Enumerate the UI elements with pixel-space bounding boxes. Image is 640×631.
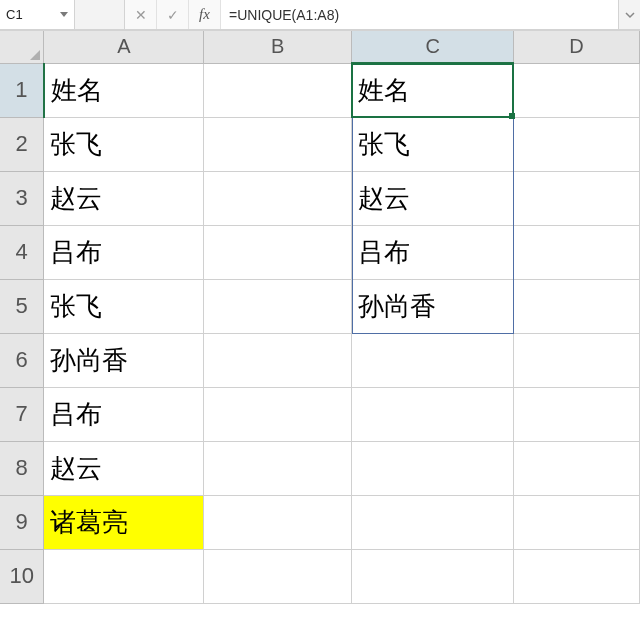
row-header-1[interactable]: 1 [0,63,44,117]
column-header-D[interactable]: D [514,31,640,63]
insert-function-button[interactable]: fx [189,0,221,29]
cell-A4[interactable]: 吕布 [44,225,204,279]
cell-C9[interactable] [352,495,514,549]
row-header-2[interactable]: 2 [0,117,44,171]
row-header-4[interactable]: 4 [0,225,44,279]
cell-D5[interactable] [514,279,640,333]
cell-B10[interactable] [204,549,352,603]
cell-D3[interactable] [514,171,640,225]
cell-B3[interactable] [204,171,352,225]
expand-formula-bar-button[interactable] [618,0,640,29]
select-all-corner[interactable] [0,31,44,63]
name-box[interactable]: C1 [0,0,75,29]
spreadsheet-grid[interactable]: ABCD 1姓名姓名2张飞张飞3赵云赵云4吕布吕布5张飞孙尚香6孙尚香7吕布8赵… [0,30,640,604]
cell-B6[interactable] [204,333,352,387]
cell-D8[interactable] [514,441,640,495]
cell-B2[interactable] [204,117,352,171]
cell-A7[interactable]: 吕布 [44,387,204,441]
cell-C3[interactable]: 赵云 [352,171,514,225]
confirm-formula-button[interactable]: ✓ [157,0,189,29]
cell-A1[interactable]: 姓名 [44,63,204,117]
cell-B7[interactable] [204,387,352,441]
cell-B5[interactable] [204,279,352,333]
cell-A9[interactable]: 诸葛亮 [44,495,204,549]
cell-C5[interactable]: 孙尚香 [352,279,514,333]
formula-input[interactable]: =UNIQUE(A1:A8) [221,0,618,29]
cell-D6[interactable] [514,333,640,387]
cell-C8[interactable] [352,441,514,495]
fx-icon: fx [199,6,210,23]
cell-A8[interactable]: 赵云 [44,441,204,495]
name-box-dropdown-icon[interactable] [60,12,68,17]
formula-bar: C1 ✕ ✓ fx =UNIQUE(A1:A8) [0,0,640,30]
cell-C6[interactable] [352,333,514,387]
cell-D2[interactable] [514,117,640,171]
cancel-formula-button[interactable]: ✕ [125,0,157,29]
column-header-A[interactable]: A [44,31,204,63]
formula-text: =UNIQUE(A1:A8) [229,7,339,23]
cell-D1[interactable] [514,63,640,117]
row-header-9[interactable]: 9 [0,495,44,549]
row-header-5[interactable]: 5 [0,279,44,333]
cell-D9[interactable] [514,495,640,549]
row-header-8[interactable]: 8 [0,441,44,495]
cell-B4[interactable] [204,225,352,279]
cell-A2[interactable]: 张飞 [44,117,204,171]
cell-D7[interactable] [514,387,640,441]
cell-A5[interactable]: 张飞 [44,279,204,333]
cell-reference: C1 [6,7,23,22]
cell-C4[interactable]: 吕布 [352,225,514,279]
cell-A10[interactable] [44,549,204,603]
cell-B9[interactable] [204,495,352,549]
column-header-C[interactable]: C [352,31,514,63]
cell-C7[interactable] [352,387,514,441]
row-header-10[interactable]: 10 [0,549,44,603]
cell-A6[interactable]: 孙尚香 [44,333,204,387]
row-header-3[interactable]: 3 [0,171,44,225]
column-header-B[interactable]: B [204,31,352,63]
formula-bar-spacer [75,0,125,29]
cell-C2[interactable]: 张飞 [352,117,514,171]
cancel-icon: ✕ [135,7,147,23]
check-icon: ✓ [167,7,179,23]
cell-C1[interactable]: 姓名 [352,63,514,117]
chevron-down-icon [625,10,635,20]
cell-D10[interactable] [514,549,640,603]
cell-B1[interactable] [204,63,352,117]
cell-C10[interactable] [352,549,514,603]
cell-B8[interactable] [204,441,352,495]
row-header-7[interactable]: 7 [0,387,44,441]
cell-A3[interactable]: 赵云 [44,171,204,225]
row-header-6[interactable]: 6 [0,333,44,387]
cell-D4[interactable] [514,225,640,279]
